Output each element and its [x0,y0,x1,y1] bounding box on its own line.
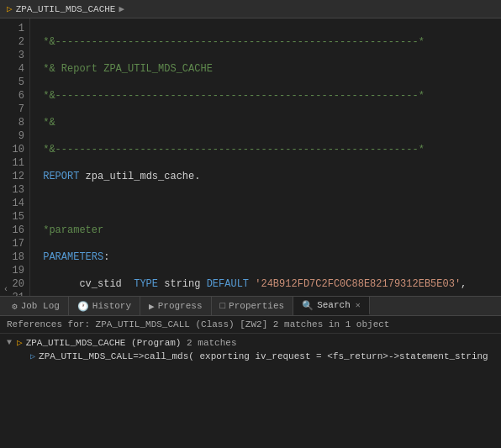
code-editor: 12345 678910 1112131415 1617181920 21222… [0,18,501,296]
breadcrumb-bar: ▷ ZPA_UTIL_MDS_CACHE ▶ [0,0,501,18]
line-numbers: 12345 678910 1112131415 1617181920 21222… [0,18,30,296]
search-results-text: References for: ZPA_UTIL_MDS_CALL (Class… [7,319,389,329]
tree-parent-item[interactable]: ▼ ▷ ZPA_UTIL_MDS_CACHE (Program) 2 match… [0,335,501,350]
tab-progress-label: Progress [158,301,203,311]
tab-properties-label: Properties [229,301,284,311]
tab-search-label: Search [317,300,351,310]
tab-history[interactable]: 🕐 History [69,297,140,315]
tab-job-log-label: Job Log [21,301,60,311]
scroll-indicator: ‹ [3,285,8,294]
breadcrumb-program-icon: ▷ [7,3,13,14]
bottom-tabs: ⚙ Job Log 🕐 History ▶ Progress □ Propert… [0,296,501,316]
search-panel: References for: ZPA_UTIL_MDS_CALL (Class… [0,316,501,448]
tab-search[interactable]: 🔍 Search ✕ [293,297,370,315]
tree-child-arrow: ▷ [30,351,35,361]
tree-parent-label: ZPA_UTIL_MDS_CACHE (Program) 2 matches [26,338,237,348]
tree-parent-name: ZPA_UTIL_MDS_CACHE (Program) [26,338,187,348]
search-icon: 🔍 [302,300,314,311]
tab-history-label: History [92,301,131,311]
tab-job-log[interactable]: ⚙ Job Log [3,297,69,315]
tree-parent-match-count: 2 matches [187,338,236,348]
progress-icon: ▶ [149,301,155,312]
search-tree: ▼ ▷ ZPA_UTIL_MDS_CACHE (Program) 2 match… [0,334,501,365]
breadcrumb-label: ZPA_UTIL_MDS_CACHE [16,4,116,14]
tab-progress[interactable]: ▶ Progress [140,297,211,315]
tree-expand-icon: ▼ [7,338,12,347]
tab-properties[interactable]: □ Properties [212,297,294,315]
properties-icon: □ [220,301,226,311]
search-results-header: References for: ZPA_UTIL_MDS_CALL (Class… [0,316,501,334]
breadcrumb-arrow: ▶ [119,3,124,14]
search-tab-close[interactable]: ✕ [356,300,361,310]
code-content[interactable]: *&--------------------------------------… [30,18,501,296]
tree-child-item[interactable]: ▷ ZPA_UTIL_MDS_CALL=>call_mds( exporting… [0,350,501,363]
tree-child-text: ZPA_UTIL_MDS_CALL=>call_mds( exporting i… [39,351,488,361]
job-log-icon: ⚙ [12,301,18,312]
history-icon: 🕐 [77,301,89,312]
tree-parent-program-icon: ▷ [17,337,23,348]
